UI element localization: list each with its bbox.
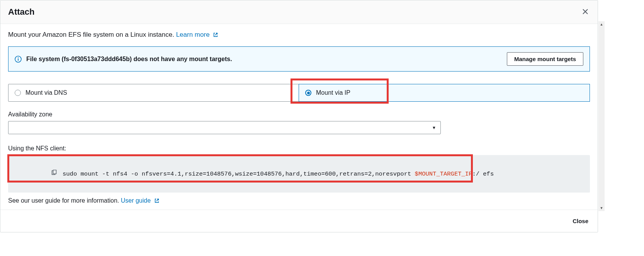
availability-zone-select-wrap: ▼: [8, 121, 441, 134]
info-icon: [15, 56, 22, 63]
nfs-client-label: Using the NFS client:: [8, 145, 590, 152]
scroll-up-icon[interactable]: ▲: [598, 21, 605, 27]
availability-zone-field: Availability zone ▼: [8, 111, 590, 134]
svg-point-1: [18, 57, 19, 58]
manage-mount-targets-button[interactable]: Manage mount targets: [507, 52, 583, 66]
modal-header: Attach: [0, 0, 598, 24]
mount-via-dns-tile[interactable]: Mount via DNS: [8, 84, 299, 101]
intro-label: Mount your Amazon EFS file system on a L…: [8, 31, 176, 38]
info-content: File system (fs-0f30513a73ddd645b) does …: [15, 56, 232, 63]
nfs-command-text: sudo mount -t nfs4 -o nfsvers=4.1,rsize=…: [63, 171, 494, 177]
copy-icon[interactable]: [15, 163, 57, 185]
user-guide-prefix: See our user guide for more information.: [8, 197, 121, 204]
mount-via-ip-tile[interactable]: Mount via IP: [299, 84, 590, 102]
radio-unchecked-icon: [15, 90, 21, 96]
svg-rect-4: [53, 170, 56, 174]
close-icon[interactable]: [581, 7, 590, 17]
modal-body: Mount your Amazon EFS file system on a L…: [0, 24, 598, 210]
svg-rect-2: [18, 58, 19, 61]
user-guide-text: See our user guide for more information.…: [8, 197, 590, 205]
external-link-icon: [213, 32, 218, 39]
modal-title: Attach: [8, 7, 34, 17]
availability-zone-select[interactable]: [8, 121, 441, 134]
attach-modal: Attach Mount your Amazon EFS file system…: [0, 0, 598, 232]
external-link-icon: [154, 198, 160, 205]
scrollbar[interactable]: ▲ ▼: [598, 21, 605, 211]
cmd-post: :/ efs: [472, 171, 494, 177]
cmd-pre: sudo mount -t nfs4 -o nfsvers=4.1,rsize=…: [63, 171, 415, 177]
mount-via-dns-label: Mount via DNS: [25, 89, 67, 96]
close-button[interactable]: Close: [571, 215, 590, 227]
mount-via-ip-label: Mount via IP: [316, 89, 350, 96]
intro-text: Mount your Amazon EFS file system on a L…: [8, 31, 590, 39]
radio-checked-icon: [305, 90, 311, 96]
info-message: File system (fs-0f30513a73ddd645b) does …: [26, 56, 232, 63]
availability-zone-label: Availability zone: [8, 111, 590, 118]
modal-footer: Close: [0, 210, 598, 232]
nfs-command-box: sudo mount -t nfs4 -o nfsvers=4.1,rsize=…: [8, 155, 590, 193]
mount-method-tiles: Mount via DNS Mount via IP: [8, 84, 590, 102]
scroll-down-icon[interactable]: ▼: [598, 205, 605, 211]
info-alert: File system (fs-0f30513a73ddd645b) does …: [8, 46, 590, 72]
cmd-var: $MOUNT_TARGET_IP: [415, 171, 472, 177]
nfs-command-container: sudo mount -t nfs4 -o nfsvers=4.1,rsize=…: [8, 155, 590, 193]
user-guide-link[interactable]: User guide: [121, 197, 160, 204]
learn-more-label: Learn more: [176, 31, 210, 38]
learn-more-link[interactable]: Learn more: [176, 31, 219, 38]
user-guide-label: User guide: [121, 197, 151, 204]
